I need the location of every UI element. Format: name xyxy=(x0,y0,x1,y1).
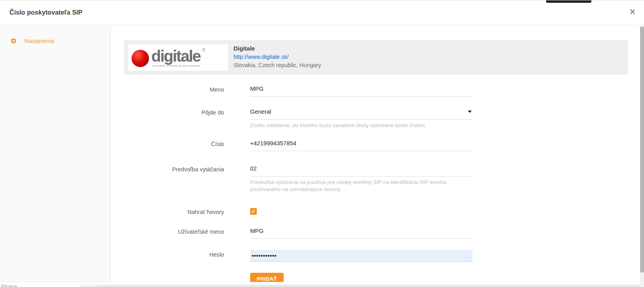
sidebar: Nastavenia xyxy=(0,25,111,282)
form-row-pojde-do: Pôjde do General Zvoľte oddelenie, do kt… xyxy=(124,108,644,129)
logo-wordmark: digitale xyxy=(151,48,200,64)
background-page-label: Strana xyxy=(1,283,17,287)
provider-countries: Slovakia, Czech republic, Hungary xyxy=(233,61,321,69)
predvolba-input[interactable]: 02 xyxy=(250,165,473,176)
background-pagination-button xyxy=(83,285,97,287)
cislo-input[interactable]: +4219994357854 xyxy=(250,139,473,151)
sidebar-item-label: Nastavenia xyxy=(24,38,54,44)
password-input[interactable]: ••••••••••• xyxy=(250,250,473,262)
chevron-down-icon xyxy=(468,111,472,113)
field-helper-text: Predvoľba vytáčania sa používa pre všetk… xyxy=(250,179,473,193)
form-row-nahrat-hovory: Nahrať hovory ✓ xyxy=(124,207,644,216)
digitale-logo-ball-icon xyxy=(132,50,149,67)
dialog-title: Číslo poskytovateľa SIP xyxy=(9,9,83,16)
field-helper-text: Zvoľte oddelenie, do ktorého budú zarade… xyxy=(250,122,473,129)
form-row-cislo: Číslo +4219994357854 xyxy=(124,139,644,151)
field-label: Heslo xyxy=(124,250,224,259)
provider-logo: digitale ® Innovative solutions for your… xyxy=(128,44,228,71)
registered-trademark-glyph: ® xyxy=(202,48,205,52)
provider-info: Digitale http://www.digitale.sk/ Slovaki… xyxy=(233,44,321,71)
provider-url-link[interactable]: http://www.digitale.sk/ xyxy=(233,53,321,61)
background-pagination-bar xyxy=(81,285,644,287)
provider-card: digitale ® Innovative solutions for your… xyxy=(124,40,628,75)
field-label: Číslo xyxy=(124,139,224,148)
background-page-strip: Strana xyxy=(0,282,644,287)
field-label: Užívateľské meno xyxy=(124,227,224,236)
department-select[interactable]: General xyxy=(250,108,473,120)
form-row-predvolba: Predvoľba vytáčania 02 Predvoľba vytáčan… xyxy=(124,165,644,193)
browser-overlay-bar xyxy=(546,0,591,3)
dialog-header: Číslo poskytovateľa SIP × xyxy=(0,0,644,25)
form-row-heslo: Heslo ••••••••••• xyxy=(124,250,644,262)
form-row-meno: Meno MPG xyxy=(124,85,644,97)
department-select-value: General xyxy=(250,108,271,115)
scrollbar-track[interactable] xyxy=(640,25,644,287)
meno-input[interactable]: MPG xyxy=(250,85,473,97)
sidebar-item-nastavenia[interactable]: Nastavenia xyxy=(0,38,110,44)
record-calls-checkbox[interactable]: ✓ xyxy=(250,208,257,215)
field-label: Meno xyxy=(124,85,224,94)
close-icon[interactable]: × xyxy=(627,5,638,19)
username-input[interactable]: MPG xyxy=(250,227,473,239)
scrollbar-thumb[interactable] xyxy=(640,27,644,272)
provider-name: Digitale xyxy=(233,45,321,53)
dialog-body: Nastavenia digitale ® Innovative solutio… xyxy=(0,25,644,282)
logo-tagline: Innovative solutions for your business xyxy=(151,64,200,67)
gear-icon xyxy=(10,38,17,44)
form-row-uzivatelske-meno: Užívateľské meno MPG xyxy=(124,227,644,239)
sip-provider-dialog: Číslo poskytovateľa SIP × Nastavenia dig… xyxy=(0,0,644,287)
field-label: Predvoľba vytáčania xyxy=(124,165,224,173)
field-label: Nahrať hovory xyxy=(124,207,224,216)
field-label: Pôjde do xyxy=(124,108,224,116)
settings-content: digitale ® Innovative solutions for your… xyxy=(111,25,644,282)
